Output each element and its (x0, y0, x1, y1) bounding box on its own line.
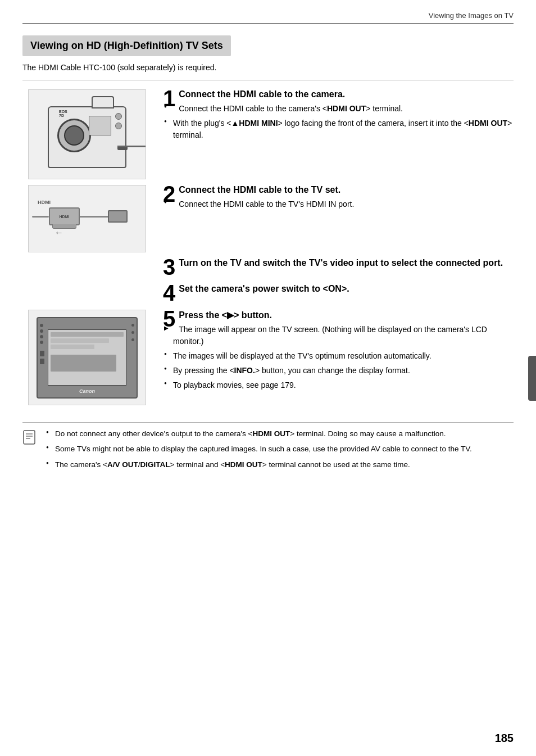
content-area: EOS7D (22, 89, 514, 411)
notes-content: Do not connect any other device's output… (45, 428, 514, 474)
step-5-row: Canon 5 Press the <▶> button. The image … (22, 310, 514, 405)
step-2-bullet-1: Connect the HDMI cable to the TV's HDMI … (163, 198, 514, 210)
page-container: Viewing the Images on TV Viewing on HD (… (0, 0, 536, 756)
lcd-screen (48, 329, 126, 386)
lcd-port-1 (40, 351, 44, 356)
hdmi-top-label: HDMI (38, 200, 51, 205)
camera-lens-inner (64, 125, 84, 146)
step-5-bullet-4: To playback movies, see page 179. (163, 379, 514, 391)
hdmi-arrow: ← (54, 228, 63, 238)
lcd-outer: Canon (37, 317, 138, 399)
intro-text: The HDMI Cable HTC-100 (sold separately)… (22, 63, 514, 72)
header-title: Viewing the Images on TV (429, 11, 514, 20)
eos-badge: EOS7D (59, 110, 67, 117)
lcd-dot-2 (40, 329, 43, 333)
lcd-left-dots (40, 324, 43, 344)
notes-bullets: Do not connect any other device's output… (45, 428, 514, 470)
step-3-row: 3 Turn on the TV and switch the TV's vid… (22, 258, 514, 278)
hdmi-cable-row: HDMI (32, 207, 142, 225)
step-1-row: EOS7D (22, 89, 514, 179)
cable-assembly (117, 143, 146, 150)
lcd-dot-1 (40, 324, 43, 327)
note-document-icon (22, 429, 36, 445)
hdmi-plug-body: HDMI (49, 207, 80, 225)
step-5-title: Press the <▶> button. (179, 310, 514, 320)
step-4-col: 4 Set the camera's power switch to <ON>. (157, 284, 514, 304)
camera-button-2 (115, 123, 122, 129)
notes-bullet-1: Do not connect any other device's output… (45, 428, 514, 440)
lcd-image-area (51, 355, 116, 372)
lcd-port-2 (40, 359, 44, 364)
lcd-right-dot-1 (131, 324, 134, 327)
hdmi-illustration: HDMI HDMI (29, 196, 146, 241)
lcd-monitor-image: Canon (28, 310, 146, 405)
lcd-right-dot-3 (131, 338, 134, 341)
hdmi-connector-2 (108, 210, 128, 223)
camera-lens (57, 119, 91, 152)
lcd-line-2 (51, 338, 109, 343)
step-5-image-col: Canon (22, 310, 157, 405)
step-5-bullet-2: The images will be displayed at the TV's… (163, 350, 514, 362)
step-4-number: 4 (163, 282, 175, 304)
step-4-title: Set the camera's power switch to <ON>. (179, 284, 514, 294)
step-3-col: 3 Turn on the TV and switch the TV's vid… (157, 258, 514, 278)
step-2-image-col: HDMI HDMI (22, 185, 157, 252)
hdmi-plug-label: HDMI (60, 215, 70, 219)
page-header: Viewing the Images on TV (22, 11, 514, 24)
step-5-bullet-1: The image will appear on the TV screen. … (163, 324, 514, 347)
step-2-col: 2 Connect the HDMI cable to the TV set. … (157, 185, 514, 252)
step-2-title: Connect the HDMI cable to the TV set. (179, 185, 514, 195)
step-1-bullet-1: Connect the HDMI cable to the camera's <… (163, 103, 514, 115)
lcd-right-dots (131, 324, 134, 341)
cable-line (117, 146, 146, 147)
step-3-number: 3 (163, 256, 175, 278)
step-4-empty-col (22, 284, 157, 304)
step-1-bullets: Connect the HDMI cable to the camera's <… (163, 103, 514, 141)
camera-image: EOS7D (28, 89, 146, 179)
step-3-empty-col (22, 258, 157, 278)
lcd-right-dot-2 (131, 331, 134, 334)
lcd-side-ports (40, 351, 44, 364)
notes-bullet-3: The camera's <A/V OUT/DIGITAL> terminal … (45, 459, 514, 470)
hdmi-cable-right (80, 216, 108, 218)
notes-icon (22, 429, 39, 474)
right-tab (528, 356, 536, 401)
step-5-bullets: The image will appear on the TV screen. … (163, 324, 514, 391)
step-1-image-col: EOS7D (22, 89, 157, 179)
lcd-line-1 (51, 332, 124, 337)
notes-bullet-2: Some TVs might not be able to display th… (45, 443, 514, 455)
svg-rect-0 (24, 431, 35, 444)
divider (22, 80, 514, 80)
step-5-bullet-3: By pressing the <INFO.> button, you can … (163, 365, 514, 377)
camera-lcd (89, 116, 111, 135)
canon-label: Canon (79, 388, 95, 394)
step-3-title: Turn on the TV and switch the TV's video… (179, 258, 514, 268)
lcd-dot-4 (40, 341, 43, 344)
camera-top-bump (92, 96, 114, 108)
step-2-bullets: Connect the HDMI cable to the TV's HDMI … (163, 198, 514, 210)
step-1-title: Connect the HDMI cable to the camera. (179, 89, 514, 99)
notes-section: Do not connect any other device's output… (22, 422, 514, 474)
page-number: 185 (495, 732, 514, 745)
camera-button-1 (115, 113, 122, 120)
cable-plug (146, 143, 146, 150)
hdmi-connector-image: HDMI HDMI (28, 185, 146, 252)
step-2-row: HDMI HDMI (22, 185, 514, 252)
step-4-row: 4 Set the camera's power switch to <ON>. (22, 284, 514, 304)
step-5-col: 5 Press the <▶> button. The image will a… (157, 310, 514, 405)
step-1-bullet-2: With the plug's <▲HDMI MINI> logo facing… (163, 117, 514, 141)
section-title: Viewing on HD (High-Definition) TV Sets (22, 35, 231, 56)
step-1-col: 1 Connect the HDMI cable to the camera. … (157, 89, 514, 179)
hdmi-plug-base (52, 224, 76, 229)
lcd-dot-3 (40, 335, 43, 338)
hdmi-cable-left (32, 216, 49, 218)
lcd-line-3 (51, 345, 94, 349)
camera-body: EOS7D (48, 106, 126, 168)
